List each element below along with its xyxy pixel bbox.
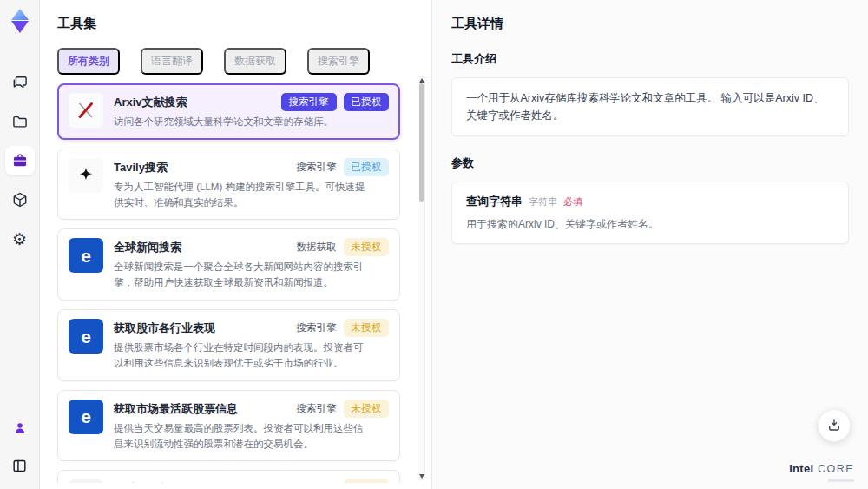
scrollbar-thumb[interactable] [419,83,424,202]
panel-layout-icon [11,458,28,474]
tools-panel: 工具集 所有类别语言翻译数据获取搜索引擎 e Arxiv文献搜索 [40,0,432,489]
param-type: 字符串 [529,195,557,208]
tool-description: 提供股票市场各个行业在特定时间段内的表现。投资者可以利用这些信息来识别表现优于或… [114,340,371,372]
download-icon [826,417,842,435]
tool-description: 专为人工智能代理 (LLM) 构建的搜索引擎工具。可快速提供实时、准确和真实的结… [114,180,371,211]
tool-card-body: Arxiv文献搜索 搜索引擎 已授权 访问各个研究领域大量科学论文和文章的存储库… [114,93,389,130]
category-tabs: 所有类别语言翻译数据获取搜索引擎 [57,48,414,75]
tool-card[interactable]: e 全球新闻搜索 数据获取 未授权 全球新闻搜索是一个聚合全球各大新闻网站内容的… [57,228,400,301]
folder-icon [11,113,29,130]
sidebar-item-settings[interactable]: ⚙ [5,224,35,254]
tool-description: 提供当天交易量最高的股票列表。投资者可以利用这些信息来识别流动性强的股票和潜在的… [114,421,371,453]
sidebar-item-chat[interactable] [5,68,35,97]
tool-name: 获取市场最活跃股票信息 [114,400,297,417]
sidebar-bottom [5,413,35,480]
param-header: 查询字符串 字符串 必填 [466,194,834,209]
tool-description: 全球新闻搜索是一个聚合全球各大新闻网站内容的搜索引擎，帮助用户快速获取全球最新资… [114,260,371,291]
panel-toggle-button[interactable] [5,451,35,480]
intro-heading: 工具介绍 [451,51,849,67]
app-logo-icon[interactable] [7,7,33,35]
scrollbar-up-arrow[interactable] [419,78,424,83]
stock-api-icon: e [69,319,103,354]
category-badge: 搜索引擎 [297,319,337,337]
tool-name: 全球新闻搜索 [114,238,297,255]
param-name: 查询字符串 [466,194,523,209]
tab-search[interactable]: 搜索引擎 [307,48,370,75]
tab-data[interactable]: 数据获取 [224,48,286,75]
tool-card[interactable]: e 万维地区新闻查询 搜索引擎 未授权 查询具体行政区划内的新闻，快速了解各地新… [57,470,400,483]
intro-card: 一个用于从Arxiv存储库搜索科学论文和文章的工具。 输入可以是Arxiv ID… [451,77,849,136]
auth-status-badge: 未授权 [344,479,390,483]
sidebar-item-models[interactable] [5,185,35,215]
intel-core-logo: intel core [789,460,854,482]
tool-card-body: 获取市场最活跃股票信息 搜索引擎 未授权 提供当天交易量最高的股票列表。投资者可… [114,400,389,453]
category-badge: 数据获取 [297,238,337,256]
stock-api-icon: e [69,400,103,434]
tool-card-body: 全球新闻搜索 数据获取 未授权 全球新闻搜索是一个聚合全球各大新闻网站内容的搜索… [114,238,389,291]
auth-status-badge: 已授权 [344,93,390,111]
tool-name: 获取股市各行业表现 [114,319,297,336]
user-avatar-button[interactable] [5,413,35,443]
tool-card[interactable]: e 获取股市各行业表现 搜索引擎 未授权 提供股票市场各个行业在特定时间段内的表… [57,309,400,381]
details-title: 工具详情 [451,16,849,32]
regional-news-icon: e [69,479,103,483]
sidebar-item-tools[interactable] [5,146,35,175]
tool-name: Tavily搜索 [114,158,297,175]
tool-card-body: 万维地区新闻查询 搜索引擎 未授权 查询具体行政区划内的新闻，快速了解各地新闻动 [114,479,389,483]
category-badge: 搜索引擎 [297,400,337,418]
sidebar-nav: ⚙ [5,68,35,254]
tool-list: e Arxiv文献搜索 搜索引擎 已授权 访问各个研究领域大量科学论文和文章的存… [57,83,414,483]
scrollbar[interactable] [418,76,425,480]
user-icon [12,420,28,436]
scrollbar-down-arrow[interactable] [419,474,424,479]
category-badge: 搜索引擎 [297,479,337,483]
auth-status-badge: 未授权 [344,400,390,418]
tavily-sparkle-icon: e [69,158,103,193]
auth-status-badge: 已授权 [344,158,390,176]
gear-icon: ⚙ [12,231,27,248]
tool-card-body: 获取股市各行业表现 搜索引擎 未授权 提供股票市场各个行业在特定时间段内的表现。… [114,319,389,372]
tab-translate[interactable]: 语言翻译 [141,48,203,75]
news-api-icon: e [69,238,103,273]
sidebar-item-files[interactable] [5,107,35,136]
params-heading: 参数 [451,155,849,171]
sidebar-rail: ⚙ [0,0,40,489]
auth-status-badge: 未授权 [344,238,390,256]
category-badge: 搜索引擎 [281,93,337,111]
download-button[interactable] [818,409,851,442]
tool-name: Arxiv文献搜索 [114,93,281,110]
tool-card[interactable]: e Tavily搜索 搜索引擎 已授权 专为人工智能代理 (LLM) 构建的搜索… [57,149,400,221]
tool-details-panel: 工具详情 工具介绍 一个用于从Arxiv存储库搜索科学论文和文章的工具。 输入可… [432,0,868,489]
cube-icon [11,191,29,208]
tool-name: 万维地区新闻查询 [114,479,297,483]
core-brand-text: core [818,463,854,475]
auth-status-badge: 未授权 [344,319,390,337]
category-badge: 搜索引擎 [297,158,337,176]
tool-card[interactable]: e Arxiv文献搜索 搜索引擎 已授权 访问各个研究领域大量科学论文和文章的存… [57,83,400,140]
param-card: 查询字符串 字符串 必填 用于搜索的Arxiv ID、关键字或作者姓名。 [451,182,849,244]
tool-card-body: Tavily搜索 搜索引擎 已授权 专为人工智能代理 (LLM) 构建的搜索引擎… [114,158,389,211]
param-description: 用于搜索的Arxiv ID、关键字或作者姓名。 [466,217,834,232]
page-title: 工具集 [57,16,414,32]
briefcase-icon [11,152,29,169]
chat-icon [11,74,29,91]
tab-all[interactable]: 所有类别 [57,48,120,75]
brand-subtext-bar [828,479,854,482]
app-window: ⚙ [0,0,868,489]
tool-description: 访问各个研究领域大量科学论文和文章的存储库。 [114,115,371,130]
param-required-badge: 必填 [563,195,582,208]
arxiv-logo-icon: e [69,93,103,128]
intro-text: 一个用于从Arxiv存储库搜索科学论文和文章的工具。 输入可以是Arxiv ID… [466,89,834,124]
intel-brand-text: intel [789,462,813,475]
tool-card[interactable]: e 获取市场最活跃股票信息 搜索引擎 未授权 提供当天交易量最高的股票列表。投资… [57,390,400,462]
